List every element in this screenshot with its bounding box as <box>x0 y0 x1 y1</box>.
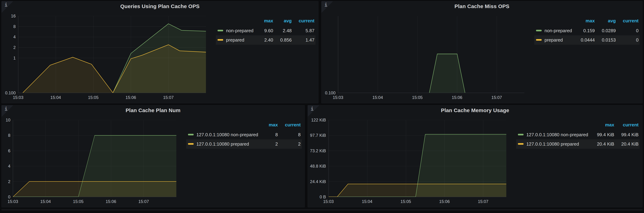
chart-zone: 0.100 15:0315:0415:0515:0615:07 <box>322 16 524 101</box>
plot-area[interactable] <box>328 120 506 197</box>
panel-title[interactable]: Plan Cache Memory Usage <box>441 107 509 113</box>
legend-row: 127.0.0.1:10080 non-prepared88 <box>186 130 302 139</box>
plot-area[interactable] <box>338 16 524 93</box>
legend-column-header-max[interactable]: max <box>591 122 615 130</box>
series-area <box>23 45 206 93</box>
plot-row: 1684210.100 <box>3 16 206 93</box>
info-icon: i <box>4 106 8 112</box>
legend-stat-max: 0.159 <box>575 26 596 35</box>
panel-title[interactable]: Plan Cache Miss OPS <box>454 3 509 9</box>
y-axis: 1086420 <box>3 120 13 197</box>
x-tick-label: 15:03 <box>323 199 334 204</box>
legend-series-label[interactable]: non-prepared <box>534 26 575 35</box>
legend-column-header-avg[interactable]: avg <box>274 18 293 26</box>
y-tick-label: 48.8 KiB <box>310 164 326 168</box>
panel-header[interactable]: Plan Cache Memory Usage <box>308 105 642 115</box>
x-tick-label: 15:05 <box>73 199 84 204</box>
legend-series-label[interactable]: 127.0.0.1:10080 prepared <box>186 139 261 149</box>
legend-series-swatch-icon <box>218 30 223 31</box>
panel-header[interactable]: Plan Cache Plan Num <box>2 105 304 115</box>
legend-series-label[interactable]: 127.0.0.1:10080 prepared <box>516 139 591 149</box>
x-tick-label: 15:07 <box>478 199 488 204</box>
x-tick-label: 15:04 <box>40 199 51 204</box>
panel-title[interactable]: Queries Using Plan Cache OPS <box>120 3 200 9</box>
y-tick-label: 1 <box>13 56 16 60</box>
legend-stat-avg: 0.0153 <box>596 35 617 45</box>
legend-column-header-avg[interactable]: avg <box>596 18 617 26</box>
chart-canvas[interactable] <box>13 120 176 197</box>
legend-series-name: 127.0.0.1:10080 prepared <box>526 141 579 147</box>
legend-stat-current: 99.4 KiB <box>615 130 640 139</box>
legend-column-header-current[interactable]: current <box>279 122 302 130</box>
chart-canvas[interactable] <box>329 120 506 197</box>
y-tick-label: 0 <box>8 195 10 199</box>
page-bottom-strip <box>2 209 642 210</box>
x-axis: 15:0315:0415:0515:0615:07 <box>328 197 506 205</box>
panel-header[interactable]: Plan Cache Miss OPS <box>322 1 642 12</box>
plot-area[interactable] <box>13 120 176 197</box>
legend-series-label[interactable]: prepared <box>216 35 256 45</box>
legend-stat-max: 99.4 KiB <box>591 130 615 139</box>
y-tick-label: 0.100 <box>325 91 336 95</box>
legend-column-header-max[interactable]: max <box>261 122 279 130</box>
x-tick-label: 15:07 <box>163 95 174 100</box>
x-tick-label: 15:04 <box>362 199 372 204</box>
x-axis: 15:0315:0415:0515:0615:07 <box>338 93 524 101</box>
legend-column-header-current[interactable]: current <box>293 18 316 26</box>
legend-column-header-current[interactable]: current <box>617 18 640 26</box>
legend: maxavgcurrentnon-prepared9.602.485.87pre… <box>216 18 316 45</box>
legend-series-swatch-icon <box>188 134 194 135</box>
legend-row: 127.0.0.1:10080 prepared22 <box>186 139 302 149</box>
dashboard-row-bottom: i Plan Cache Plan Num 1086420 15:0315:04… <box>2 105 642 207</box>
panel-title[interactable]: Plan Cache Plan Num <box>126 107 180 113</box>
legend-series-swatch-icon <box>188 143 194 145</box>
info-icon: i <box>324 2 327 8</box>
legend-series-label[interactable]: prepared <box>534 35 575 45</box>
x-axis: 15:0315:0415:0515:0615:07 <box>13 197 176 205</box>
legend-table: maxavgcurrentnon-prepared0.1590.02890pre… <box>534 18 640 45</box>
legend-series-label[interactable]: 127.0.0.1:10080 non-prepared <box>516 130 591 139</box>
legend-stat-max: 2.40 <box>256 35 274 45</box>
x-tick-label: 15:06 <box>126 95 136 100</box>
legend-series-label[interactable]: non-prepared <box>216 26 256 35</box>
panel-body: 0.100 15:0315:0415:0515:0615:07 maxavgcu… <box>322 12 642 103</box>
y-tick-label: 0 B <box>320 195 326 199</box>
y-tick-label: 97.7 KiB <box>310 133 326 137</box>
legend-stat-avg: 0.0289 <box>596 26 617 35</box>
chart-canvas[interactable] <box>18 16 206 93</box>
x-tick-label: 15:03 <box>333 95 343 100</box>
legend-column-header-max[interactable]: max <box>575 18 596 26</box>
legend-row: prepared2.400.8561.47 <box>216 35 316 45</box>
legend-series-column-header <box>216 18 256 26</box>
legend-stat-current: 0 <box>617 26 640 35</box>
legend-series-label[interactable]: 127.0.0.1:10080 non-prepared <box>186 130 261 139</box>
series-area <box>329 184 506 197</box>
legend-stat-max: 0.0444 <box>575 35 596 45</box>
series-fills <box>429 54 465 93</box>
legend-series-column-header <box>516 122 591 130</box>
legend-row: 127.0.0.1:10080 prepared20.4 KiB20.4 KiB <box>516 139 640 149</box>
plot-row: 122 KiB97.7 KiB73.2 KiB48.8 KiB24.4 KiB0… <box>309 120 506 197</box>
info-icon: i <box>4 2 8 8</box>
legend-table: maxavgcurrentnon-prepared9.602.485.87pre… <box>216 18 316 45</box>
x-tick-label: 15:04 <box>372 95 383 100</box>
dashboard: i Queries Using Plan Cache OPS 1684210.1… <box>0 0 644 213</box>
series-fills <box>23 24 206 93</box>
legend-column-header-max[interactable]: max <box>256 18 274 26</box>
legend-stat-max: 20.4 KiB <box>591 139 615 149</box>
chart-canvas[interactable] <box>338 16 524 93</box>
x-tick-label: 15:04 <box>50 95 61 100</box>
y-axis: 0.100 <box>322 16 338 93</box>
plot-area[interactable] <box>18 16 206 93</box>
y-tick-label: 122 KiB <box>311 118 326 122</box>
legend-row: non-prepared9.602.485.87 <box>216 26 316 35</box>
y-tick-label: 16 <box>11 14 16 18</box>
legend-stat-current: 2 <box>279 139 302 149</box>
x-tick-label: 15:05 <box>412 95 422 100</box>
legend-stat-max: 2 <box>261 139 279 149</box>
dashboard-row-top: i Queries Using Plan Cache OPS 1684210.1… <box>2 1 642 103</box>
legend-column-header-current[interactable]: current <box>615 122 640 130</box>
panel-header[interactable]: Queries Using Plan Cache OPS <box>2 1 318 12</box>
legend-stat-current: 8 <box>279 130 302 139</box>
legend-stat-avg: 2.48 <box>274 26 293 35</box>
